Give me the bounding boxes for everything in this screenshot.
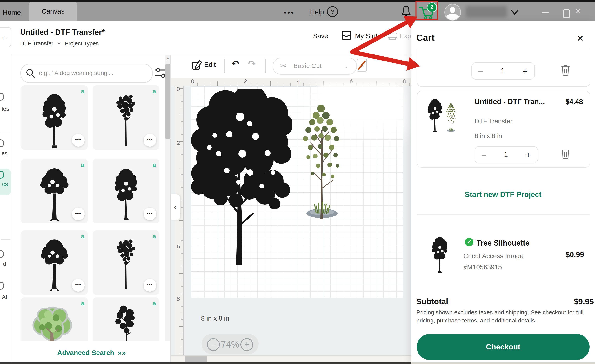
access-item-name: Tree Silhouette <box>476 239 529 247</box>
pricing-disclaimer: pricing, purchase terms, and additional … <box>416 317 537 324</box>
canvas-green-tree-object[interactable] <box>297 97 347 221</box>
project-title-chevron-icon[interactable]: ⌄ <box>92 30 97 37</box>
cricut-access-badge-icon: a <box>81 161 84 169</box>
cart-close-icon[interactable]: ✕ <box>577 33 584 43</box>
more-options-button[interactable]: ••• <box>72 134 85 147</box>
more-options-button[interactable]: ••• <box>72 207 85 220</box>
sidebar-icon-fragment[interactable] <box>0 282 4 289</box>
export-icon <box>387 31 398 41</box>
image-card[interactable]: a ••• <box>93 230 159 295</box>
notifications-bell-icon[interactable] <box>401 5 411 18</box>
canvas-scrollbar-thumb[interactable] <box>185 357 207 362</box>
sidebar-icon-fragment[interactable] <box>0 93 4 101</box>
image-card[interactable]: a ••• <box>21 230 88 295</box>
linetype-chevron-down-icon: ⌄ <box>344 62 348 69</box>
image-card[interactable]: a ••• <box>93 159 159 223</box>
cart-count-badge: 2 <box>427 2 437 12</box>
cart-item-thumbnail-tree-icon <box>426 96 444 133</box>
search-input[interactable] <box>38 66 144 80</box>
undo-button-icon[interactable]: ↶ <box>232 58 239 69</box>
filter-sliders-icon[interactable] <box>155 68 167 79</box>
more-options-button[interactable]: ••• <box>143 279 156 292</box>
save-button[interactable]: Save <box>313 32 328 40</box>
quantity-increase-button[interactable]: + <box>522 66 528 76</box>
tab-home[interactable]: Home <box>3 8 21 16</box>
window-minimize-button[interactable] <box>542 12 549 13</box>
quantity-increase-button[interactable]: + <box>525 150 531 160</box>
cart-divider <box>417 214 589 215</box>
edit-button[interactable]: Edit <box>204 61 216 68</box>
window-close-button[interactable]: ✕ <box>575 7 581 15</box>
tab-canvas[interactable]: Canvas <box>29 1 77 21</box>
trash-icon[interactable] <box>560 64 571 76</box>
breadcrumb-project-types[interactable]: Project Types <box>65 40 99 47</box>
subtotal-label: Subtotal <box>416 297 448 306</box>
export-button[interactable]: Exp <box>400 32 411 40</box>
sidebar-item-selected-label-fragment[interactable]: es <box>2 181 8 187</box>
sidebar-divider <box>1 133 10 133</box>
scissors-icon: ✂ <box>280 61 287 70</box>
tree-silhouette-thumbnail-icon <box>37 164 72 222</box>
breadcrumb: DTF Transfer • Project Types <box>20 40 99 47</box>
quantity-decrease-button[interactable]: – <box>478 66 483 76</box>
search-bar[interactable] <box>20 64 153 83</box>
avatar-head-icon <box>450 7 455 13</box>
color-swatch-button[interactable] <box>356 59 367 72</box>
trash-icon[interactable] <box>560 147 571 159</box>
cricut-access-badge-icon: a <box>152 233 156 240</box>
tree-silhouette-thumbnail-icon <box>111 235 142 292</box>
sidebar-item-label-fragment[interactable]: tes <box>1 106 9 112</box>
edit-pen-icon <box>191 59 203 70</box>
canvas-horizontal-scrollbar[interactable] <box>171 355 411 363</box>
access-check-icon: ✓ <box>465 238 474 246</box>
help-button[interactable]: Help <box>310 8 324 16</box>
zoom-in-button[interactable]: + <box>241 338 253 351</box>
cart-item-title: Untitled - DTF Tran... <box>475 98 545 106</box>
quantity-decrease-button[interactable]: – <box>482 150 486 160</box>
sidebar-item-label-fragment[interactable]: AI <box>2 294 7 300</box>
back-button[interactable]: ← <box>0 27 11 47</box>
more-options-button[interactable]: ••• <box>72 279 85 292</box>
account-chevron-down-icon[interactable] <box>510 9 519 15</box>
ruler-tick-label: 2 <box>244 78 247 85</box>
library-scrollbar[interactable]: ▲ ▼ <box>165 55 170 364</box>
help-icon[interactable]: ? <box>327 6 338 17</box>
swatch-diagonal-icon <box>357 59 366 71</box>
quantity-value: 1 <box>501 67 505 75</box>
checkout-button[interactable]: Checkout <box>417 334 589 360</box>
cart-item: Untitled - DTF Tran... $4.48 DTF Transfe… <box>417 91 590 168</box>
image-card[interactable]: a ••• <box>21 159 88 223</box>
zoom-control: – 74% + <box>202 334 259 354</box>
image-card[interactable]: a ••• <box>21 85 88 150</box>
linetype-dropdown[interactable]: ✂ Basic Cut ⌄ <box>273 58 357 75</box>
sidebar-item-label-fragment[interactable]: es <box>1 150 7 157</box>
canvas-toolbar: Edit ↶ ↷ ✂ Basic Cut ⌄ <box>171 55 411 78</box>
double-chevron-right-icon: » <box>118 349 120 357</box>
window-maximize-button[interactable] <box>563 9 570 18</box>
start-new-dtf-project-link[interactable]: Start new DTF Project <box>411 190 595 199</box>
sidebar-icon-fragment[interactable] <box>0 250 4 258</box>
window-bottom-edge <box>0 363 411 364</box>
more-options-button[interactable]: ••• <box>143 134 156 147</box>
scroll-up-icon[interactable]: ▲ <box>165 56 170 60</box>
sidebar-icon-fragment[interactable] <box>0 139 4 147</box>
avatar[interactable] <box>444 4 461 21</box>
toolbar-divider <box>225 59 225 73</box>
more-options-button[interactable]: ••• <box>143 207 156 220</box>
ruler-corner <box>171 78 183 86</box>
library-scrollbar-thumb[interactable] <box>165 64 170 139</box>
window-top-edge <box>0 0 595 1</box>
breadcrumb-project-type[interactable]: DTF Transfer <box>20 40 53 47</box>
access-item-price: $0.99 <box>566 251 584 259</box>
canvas-tree-silhouette-object[interactable] <box>191 89 292 265</box>
image-card[interactable]: a ••• <box>93 85 159 150</box>
mat-size-label: 8 in x 8 in <box>201 315 229 322</box>
my-stuff-button[interactable]: My Stuff <box>355 32 379 40</box>
sidebar-item-label-fragment[interactable]: d <box>3 261 6 267</box>
quantity-stepper: – 1 + <box>472 62 535 80</box>
window-bottom-edge <box>411 363 595 364</box>
overflow-menu-icon[interactable]: ••• <box>284 8 295 17</box>
advanced-search-link[interactable]: Advanced Search <box>57 349 114 357</box>
redo-button-icon[interactable]: ↷ <box>248 58 256 69</box>
collapse-panel-button[interactable]: ‹ <box>171 194 180 220</box>
